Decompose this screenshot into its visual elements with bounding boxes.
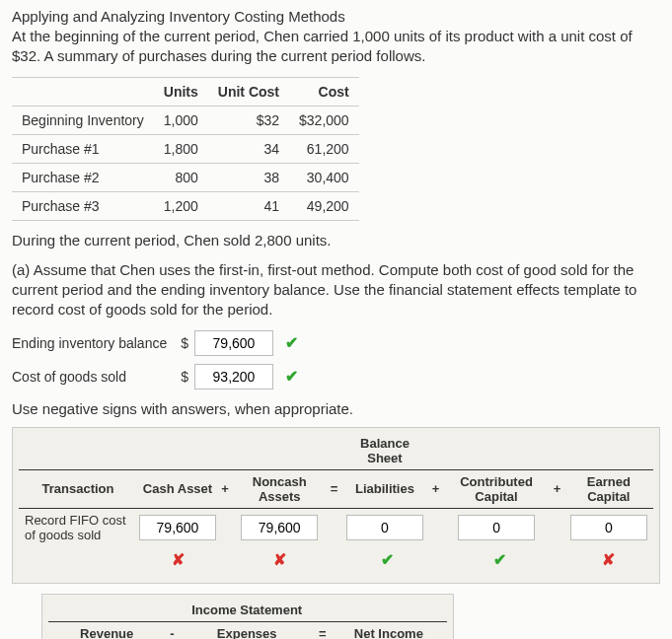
check-icon: ✔ [381,551,394,568]
page-title: Applying and Analyzing Inventory Costing… [12,8,660,25]
balance-sheet-panel: Balance Sheet Transaction Cash Asset + N… [12,427,660,584]
currency-symbol: $ [181,369,188,385]
col-units: Units [154,77,208,106]
cross-icon: ✘ [172,551,185,568]
row-cost: 30,400 [289,163,359,191]
check-icon: ✔ [285,333,298,352]
row-units: 1,200 [154,191,208,220]
row-label: Beginning Inventory [12,106,154,134]
col-transaction: Transaction [19,469,137,508]
plus-icon: + [218,469,232,508]
note-text: Use negative signs with answers, when ap… [12,399,660,419]
col-unit-cost: Unit Cost [208,77,289,106]
table-row: Beginning Inventory 1,000 $32 $32,000 [12,106,359,134]
minus-icon: - [165,621,179,639]
cross-icon: ✘ [273,551,286,568]
row-unit-cost: 34 [208,134,289,163]
row-cost: 61,200 [289,134,359,163]
row-unit-cost: 41 [208,191,289,220]
part-a-text: (a) Assume that Chen uses the first-in, … [12,260,660,320]
table-row: Purchase #3 1,200 41 49,200 [12,191,359,220]
bs-data-row: Record FIFO cost of goods sold [19,508,653,546]
col-earned-capital: Earned Capital [564,469,653,508]
cash-asset-input[interactable] [139,515,216,540]
intro-text: At the beginning of the current period, … [12,27,660,67]
col-noncash-assets: Noncash Assets [232,469,327,508]
sold-text: During the current period, Chen sold 2,8… [12,231,660,250]
transaction-label: Record FIFO cost of goods sold [19,508,137,546]
row-label: Purchase #2 [12,163,154,191]
plus-icon: + [551,469,564,508]
plus-icon: + [428,469,442,508]
row-cost: 49,200 [289,191,359,220]
col-liabilities: Liabilities [340,469,428,508]
row-units: 800 [154,163,208,191]
row-label: Purchase #1 [12,134,154,163]
currency-symbol: $ [181,335,188,351]
row-label: Purchase #3 [12,191,154,220]
col-net-income: Net Income [331,621,447,639]
balance-sheet-title: Balance Sheet [340,432,428,470]
col-contributed-capital: Contributed Capital [442,469,550,508]
liabilities-input[interactable] [346,515,423,540]
col-cash-asset: Cash Asset [137,469,218,508]
cross-icon: ✘ [602,551,615,568]
row-cost: $32,000 [289,106,359,134]
col-cost: Cost [289,77,359,106]
ending-inventory-input[interactable] [194,330,273,356]
income-statement-title: Income Statement [179,599,315,622]
ending-inventory-label: Ending inventory balance [12,335,175,351]
contributed-capital-input[interactable] [458,515,535,540]
col-expenses: Expenses [179,621,315,639]
cogs-input[interactable] [194,364,273,390]
col-revenue: Revenue [48,621,165,639]
noncash-assets-input[interactable] [241,515,318,540]
cogs-label: Cost of goods sold [12,369,175,385]
table-row: Purchase #2 800 38 30,400 [12,163,359,191]
row-units: 1,800 [154,134,208,163]
equals-icon: = [327,469,340,508]
table-row: Purchase #1 1,800 34 61,200 [12,134,359,163]
row-unit-cost: 38 [208,163,289,191]
row-unit-cost: $32 [208,106,289,134]
equals-icon: = [315,621,331,639]
row-units: 1,000 [154,106,208,134]
income-statement-panel: Income Statement Revenue - Expenses = Ne… [41,594,454,639]
purchases-table: Units Unit Cost Cost Beginning Inventory… [12,77,359,221]
check-icon: ✔ [493,551,506,568]
check-icon: ✔ [285,367,298,386]
earned-capital-input[interactable] [570,515,647,540]
